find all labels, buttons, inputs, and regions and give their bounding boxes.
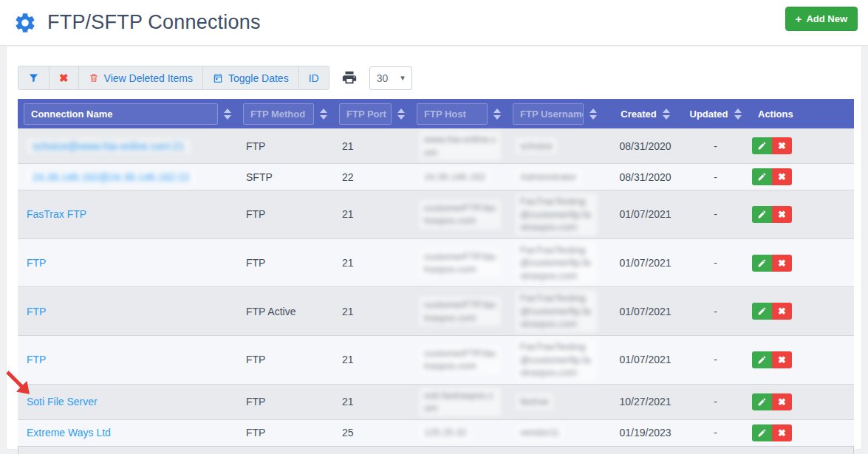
edit-button[interactable] bbox=[752, 255, 772, 272]
delete-button[interactable]: ✖ bbox=[772, 424, 792, 441]
ftp-username-cell: fastrax bbox=[507, 391, 603, 413]
edit-button[interactable] bbox=[752, 168, 772, 185]
ftp-method-cell: FTP bbox=[237, 393, 333, 410]
actions-cell: ✖ bbox=[743, 422, 854, 444]
sort-arrows-icon[interactable] bbox=[590, 109, 597, 120]
ftp-host-cell: 24.39.146.162 bbox=[411, 166, 507, 188]
sort-arrows-icon[interactable] bbox=[224, 109, 231, 120]
sort-arrows-icon[interactable] bbox=[320, 109, 327, 120]
toggle-dates-button[interactable]: Toggle Dates bbox=[202, 66, 299, 90]
action-button-group: ✖ bbox=[752, 206, 848, 223]
connection-name-cell: FasTrax FTP bbox=[18, 205, 237, 223]
column-label: FTP Username bbox=[513, 103, 584, 125]
ftp-port-cell: 22 bbox=[333, 168, 411, 186]
column-header-connection-name[interactable]: Connection Name bbox=[18, 99, 237, 128]
actions-cell: ✖ bbox=[743, 134, 854, 157]
ftp-host-value: customerFTP.fastraxpos.com bbox=[420, 249, 501, 278]
connection-name-cell: FTP bbox=[18, 351, 237, 368]
ftp-username-value: schoice bbox=[516, 138, 557, 154]
ftp-host-value: www.hia-online.com bbox=[420, 131, 501, 160]
actions-cell: ✖ bbox=[743, 165, 854, 188]
ftp-username-cell: FasTraxTesting@customerftp.fastraxpos.co… bbox=[507, 239, 603, 287]
column-header-ftp-username[interactable]: FTP Username bbox=[507, 99, 603, 128]
column-label: Actions bbox=[758, 109, 793, 120]
sort-arrows-icon[interactable] bbox=[663, 109, 670, 120]
table-row: FTP FTP 21 customerFTP.fastraxpos.com Fa… bbox=[18, 239, 854, 288]
connection-name-link[interactable]: FTP bbox=[27, 306, 46, 317]
sort-arrows-icon[interactable] bbox=[397, 109, 405, 120]
edit-button[interactable] bbox=[752, 424, 772, 441]
edit-button[interactable] bbox=[752, 206, 772, 223]
print-button[interactable] bbox=[341, 70, 358, 86]
connection-name-link[interactable]: FTP bbox=[27, 257, 46, 269]
connection-name-link[interactable]: Extreme Ways Ltd bbox=[27, 427, 111, 438]
edit-button[interactable] bbox=[752, 137, 772, 154]
calendar-icon bbox=[213, 73, 223, 83]
connection-name-link[interactable]: schoice@www.hia-online.com:21 bbox=[27, 139, 191, 154]
pencil-icon bbox=[757, 306, 767, 316]
delete-button[interactable]: ✖ bbox=[772, 255, 792, 272]
ftp-port-cell: 21 bbox=[333, 137, 411, 155]
delete-button[interactable]: ✖ bbox=[772, 351, 792, 368]
delete-button[interactable]: ✖ bbox=[772, 393, 792, 410]
clear-filter-button[interactable]: ✖ bbox=[49, 66, 79, 90]
connection-name-link[interactable]: 24.39.146.162@24.39.146.162:22 bbox=[27, 170, 196, 185]
chevron-down-icon: ▾ bbox=[400, 73, 405, 83]
connection-name-cell: Extreme Ways Ltd bbox=[18, 424, 237, 441]
delete-button[interactable]: ✖ bbox=[772, 137, 792, 154]
pencil-icon bbox=[757, 428, 767, 438]
page-size-select[interactable]: 30 ▾ bbox=[369, 66, 412, 90]
column-header-ftp-port[interactable]: FTP Port bbox=[333, 99, 411, 128]
pencil-icon bbox=[757, 258, 767, 268]
ftp-host-value: customerFTP.fastraxpos.com bbox=[420, 200, 501, 229]
ftp-method-cell: FTP bbox=[237, 205, 333, 223]
column-header-updated[interactable]: Updated bbox=[688, 99, 743, 128]
created-cell: 10/27/2021 bbox=[603, 393, 688, 410]
action-button-group: ✖ bbox=[752, 255, 848, 272]
created-cell: 08/31/2020 bbox=[603, 168, 688, 186]
id-label: ID bbox=[309, 72, 319, 84]
view-deleted-items-button[interactable]: View Deleted Items bbox=[78, 66, 203, 90]
filter-button[interactable] bbox=[18, 66, 49, 90]
edit-button[interactable] bbox=[752, 303, 772, 320]
x-icon: ✖ bbox=[778, 354, 786, 365]
connection-name-cell: Soti File Server bbox=[18, 393, 237, 410]
connection-name-link[interactable]: FasTrax FTP bbox=[27, 208, 86, 220]
actions-cell: ✖ bbox=[743, 252, 854, 275]
x-icon: ✖ bbox=[778, 171, 786, 182]
edit-button[interactable] bbox=[752, 351, 772, 368]
ftp-host-cell: 125.25.32 bbox=[411, 422, 507, 444]
column-header-ftp-host[interactable]: FTP Host bbox=[411, 99, 507, 128]
actions-cell: ✖ bbox=[743, 203, 854, 226]
add-new-button[interactable]: + Add New bbox=[785, 7, 858, 31]
edit-button[interactable] bbox=[752, 393, 772, 410]
sort-arrows-icon[interactable] bbox=[493, 109, 501, 120]
connection-name-link[interactable]: Soti File Server bbox=[27, 396, 98, 407]
created-cell: 01/07/2021 bbox=[603, 351, 688, 368]
connection-name-link[interactable]: FTP bbox=[27, 354, 46, 365]
ftp-username-value: vendor11 bbox=[516, 424, 564, 441]
table-row: FTP FTP Active 21 customerFTP.fastraxpos… bbox=[18, 287, 854, 336]
sort-arrows-icon[interactable] bbox=[734, 109, 742, 120]
updated-cell: - bbox=[688, 254, 743, 272]
ftp-host-value: 125.25.32 bbox=[420, 424, 471, 441]
column-header-created[interactable]: Created bbox=[603, 99, 688, 128]
pencil-icon bbox=[757, 210, 767, 219]
page-title: FTP/SFTP Connections bbox=[47, 11, 261, 34]
toggle-id-button[interactable]: ID bbox=[298, 66, 329, 90]
delete-button[interactable]: ✖ bbox=[772, 206, 792, 223]
created-cell: 01/07/2021 bbox=[603, 303, 688, 320]
ftp-username-cell: Administrator bbox=[507, 166, 603, 188]
ftp-username-value: FasTraxTesting@customerftp.fastraxpos.co… bbox=[516, 193, 597, 235]
updated-cell: - bbox=[688, 168, 743, 186]
delete-button[interactable]: ✖ bbox=[772, 168, 792, 185]
ftp-username-value: FasTraxTesting@customerftp.fastraxpos.co… bbox=[516, 242, 597, 284]
column-header-ftp-method[interactable]: FTP Method bbox=[237, 99, 333, 128]
x-icon: ✖ bbox=[778, 209, 786, 220]
delete-button[interactable]: ✖ bbox=[772, 303, 792, 320]
created-cell: 01/19/2023 bbox=[603, 424, 688, 441]
connection-name-cell: schoice@www.hia-online.com:21 bbox=[18, 137, 237, 155]
actions-cell: ✖ bbox=[743, 348, 854, 371]
table-header-row: Connection NameFTP MethodFTP PortFTP Hos… bbox=[18, 99, 854, 128]
ftp-method-cell: FTP bbox=[237, 254, 333, 272]
